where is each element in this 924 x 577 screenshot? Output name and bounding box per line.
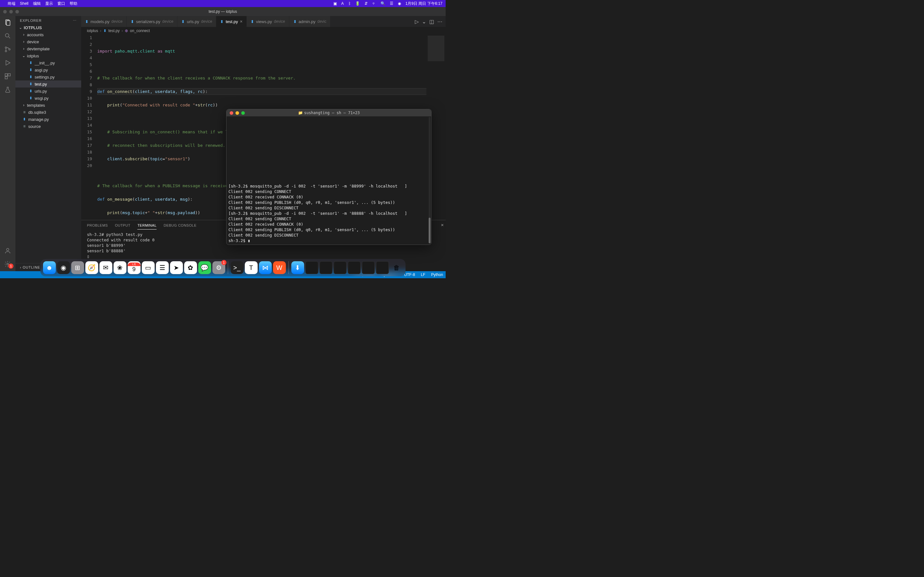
file-settings[interactable]: ⬍settings.py <box>15 73 81 81</box>
dock-terminal[interactable]: >_ <box>231 261 244 274</box>
status-encoding[interactable]: UTF-8 <box>404 272 415 277</box>
account-icon[interactable] <box>4 247 11 255</box>
folder-accounts[interactable]: ›accounts <box>15 31 81 38</box>
panel-tab-terminal[interactable]: TERMINAL <box>137 221 157 229</box>
project-root[interactable]: ⌄IOTPLUS <box>15 24 81 31</box>
svg-rect-9 <box>8 74 10 76</box>
status-icon[interactable]: ▣ <box>333 1 337 6</box>
terminal-titlebar[interactable]: 📁sushangting — sh — 71×23 <box>226 109 431 116</box>
close-dot[interactable] <box>3 10 7 13</box>
control-center-icon[interactable]: ☰ <box>390 1 393 6</box>
source-control-icon[interactable] <box>4 45 11 53</box>
tab-serializers[interactable]: ⬍serializers.pydevice <box>127 16 178 27</box>
terminal-zoom-dot[interactable] <box>241 111 245 115</box>
file-source[interactable]: ≡source <box>15 123 81 130</box>
panel-tab-debug[interactable]: DEBUG CONSOLE <box>164 221 196 229</box>
file-test[interactable]: ⬍test.py <box>15 81 81 87</box>
svg-line-3 <box>9 37 10 39</box>
tab-views[interactable]: ⬍views.pydevice <box>247 16 289 27</box>
window-title: test.py — iotplus <box>208 9 237 14</box>
menubar-window[interactable]: 窗口 <box>57 1 65 6</box>
dock-photos[interactable]: ❀ <box>113 261 126 274</box>
extensions-icon[interactable] <box>4 73 11 80</box>
clock[interactable]: 1月9日 周日 下午6:17 <box>405 1 443 6</box>
dock-calendar[interactable]: 1月9 <box>128 261 141 274</box>
dock-safari[interactable]: 🧭 <box>86 261 98 274</box>
menubar-shell[interactable]: Shell <box>20 1 29 6</box>
dock-finder[interactable]: ☻ <box>43 261 56 274</box>
terminal-minimize-dot[interactable] <box>236 111 239 115</box>
file-asgi[interactable]: ⬍asgi.py <box>15 66 81 73</box>
terminal-app-window[interactable]: 📁sushangting — sh — 71×23 [sh-3.2$ mosqu… <box>226 109 431 245</box>
minimize-dot[interactable] <box>9 10 13 13</box>
spotlight-icon[interactable]: 🔍 <box>381 1 385 6</box>
close-tab-icon[interactable]: × <box>240 19 242 24</box>
dock-textedit[interactable]: T <box>245 261 258 274</box>
run-dropdown-icon[interactable]: ⌄ <box>422 19 426 25</box>
bluetooth-icon[interactable]: ᛒ <box>349 1 351 6</box>
file-wsgi[interactable]: ⬍wsgi.py <box>15 95 81 102</box>
dock-maps[interactable]: ➤ <box>170 261 183 274</box>
dock-mail[interactable]: ✉ <box>99 261 112 274</box>
flask-icon[interactable] <box>4 86 11 93</box>
dock-minimized-1[interactable] <box>305 261 318 274</box>
network-icon[interactable]: ⇵ <box>365 1 368 6</box>
breadcrumb[interactable]: iotplus › ⬍ test.py › ⊕ on_connect <box>81 27 446 34</box>
dock-minimized-5[interactable] <box>362 261 375 274</box>
dock-trash[interactable]: 🗑 <box>390 261 403 274</box>
settings-gear-icon[interactable]: 1 <box>4 260 11 268</box>
menubar-view[interactable]: 显示 <box>45 1 53 6</box>
dock-wps[interactable]: W <box>273 261 286 274</box>
siri-icon[interactable]: ◉ <box>398 1 401 6</box>
file-manage[interactable]: ⬍manage.py <box>15 116 81 123</box>
menubar-left: 终端 Shell 编辑 显示 窗口 帮助 <box>3 1 78 6</box>
battery-icon[interactable]: 🔋 <box>355 1 360 6</box>
dock-vscode[interactable]: ⋈ <box>259 261 272 274</box>
folder-templates[interactable]: ›templates <box>15 102 81 109</box>
file-urls[interactable]: ⬍urls.py <box>15 87 81 95</box>
tab-test[interactable]: ⬍test.py× <box>216 16 246 27</box>
explorer-more-icon[interactable]: ⋯ <box>73 19 77 23</box>
tab-urls[interactable]: ⬍urls.pydevice <box>178 16 216 27</box>
run-icon[interactable]: ▷ <box>415 19 419 25</box>
panel-close-icon[interactable]: × <box>441 222 444 227</box>
terminal-scrollbar-thumb[interactable] <box>429 218 431 243</box>
explorer-icon[interactable] <box>4 19 11 26</box>
zoom-dot[interactable] <box>15 10 19 13</box>
panel-tab-output[interactable]: OUTPUT <box>115 221 130 229</box>
menubar-app[interactable]: 终端 <box>8 1 15 6</box>
menubar-help[interactable]: 帮助 <box>69 1 78 6</box>
search-icon[interactable] <box>4 32 11 40</box>
more-actions-icon[interactable]: ⋯ <box>437 19 443 25</box>
file-db[interactable]: ≡db.sqlite3 <box>15 109 81 116</box>
split-editor-icon[interactable]: ◫ <box>429 19 434 25</box>
dock-minimized-2[interactable] <box>320 261 333 274</box>
run-debug-icon[interactable] <box>4 59 11 67</box>
dock-launchpad[interactable]: ⊞ <box>71 261 84 274</box>
panel-tab-problems[interactable]: PROBLEMS <box>87 221 108 229</box>
folder-device[interactable]: ›device <box>15 38 81 45</box>
menubar-edit[interactable]: 编辑 <box>33 1 41 6</box>
folder-iotplus[interactable]: ⌄iotplus <box>15 52 81 59</box>
dock-photos2[interactable]: ✿ <box>184 261 197 274</box>
wifi-icon[interactable]: ᯤ <box>372 1 376 6</box>
dock-minimized-4[interactable] <box>348 261 360 274</box>
dock-messages[interactable]: 💬 <box>198 261 211 274</box>
svg-point-2 <box>5 34 9 37</box>
terminal-body[interactable]: [sh-3.2$ mosquitto_pub -d -i 002 -t 'sen… <box>226 116 431 245</box>
folder-devtemplate[interactable]: ›devtemplate <box>15 45 81 52</box>
svg-rect-8 <box>5 74 7 76</box>
status-language[interactable]: Python <box>431 272 443 277</box>
dock-minimized-3[interactable] <box>334 261 347 274</box>
dock-downloads[interactable]: ⬇ <box>291 261 304 274</box>
dock-notes[interactable]: ▭ <box>142 261 155 274</box>
terminal-close-dot[interactable] <box>230 111 233 115</box>
dock-siri[interactable]: ◉ <box>57 261 70 274</box>
dock-reminders[interactable]: ☰ <box>156 261 169 274</box>
tab-models[interactable]: ⬍models.pydevice <box>81 16 127 27</box>
status-eol[interactable]: LF <box>421 272 425 277</box>
tab-admin[interactable]: ⬍admin.pydevic <box>289 16 331 27</box>
ime-icon[interactable]: A <box>341 1 344 6</box>
dock-minimized-6[interactable] <box>376 261 389 274</box>
file-init[interactable]: ⬍__init__.py <box>15 59 81 66</box>
